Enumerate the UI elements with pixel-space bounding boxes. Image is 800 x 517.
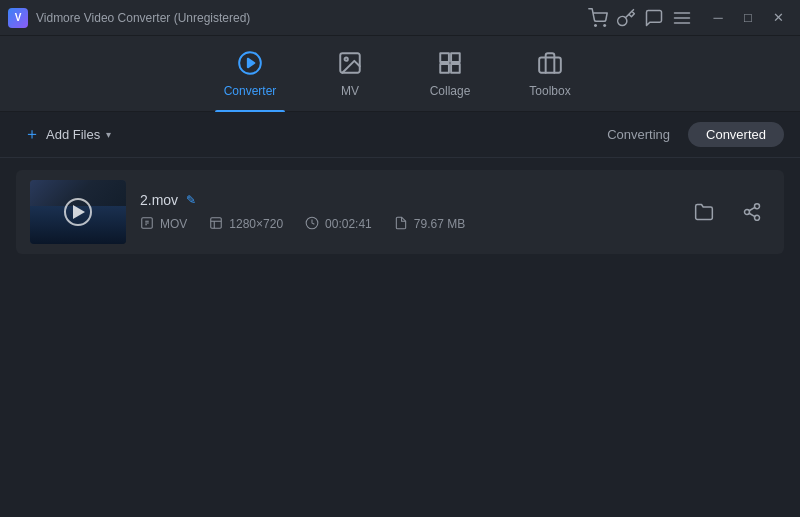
file-card: 2.mov ✎ MOV 1280×720	[16, 170, 784, 254]
tab-mv[interactable]: MV	[300, 36, 400, 112]
file-resolution: 1280×720	[209, 216, 283, 233]
play-button[interactable]	[64, 198, 92, 226]
format-icon	[140, 216, 154, 233]
menu-icon	[672, 8, 692, 28]
app-icon: V	[8, 8, 28, 28]
add-plus-icon: ＋	[24, 124, 40, 145]
cart-icon-btn[interactable]	[586, 6, 610, 30]
close-button[interactable]: ✕	[764, 6, 792, 30]
convert-tab-group: Converting Converted	[589, 122, 784, 147]
nav-bar: Converter MV Collage	[0, 36, 800, 112]
converting-tab[interactable]: Converting	[589, 122, 688, 147]
title-bar-left: V Vidmore Video Converter (Unregistered)	[8, 8, 250, 28]
svg-rect-13	[539, 57, 561, 72]
svg-point-8	[345, 57, 348, 60]
share-icon	[742, 202, 762, 222]
tab-toolbox[interactable]: Toolbox	[500, 36, 600, 112]
play-icon	[73, 205, 85, 219]
title-bar-right: ─ □ ✕	[586, 6, 792, 30]
key-icon-btn[interactable]	[614, 6, 638, 30]
folder-icon	[694, 202, 714, 222]
add-files-button[interactable]: ＋ Add Files ▾	[16, 120, 119, 149]
file-duration: 00:02:41	[305, 216, 372, 233]
add-files-caret-icon: ▾	[106, 129, 111, 140]
toolbar: ＋ Add Files ▾ Converting Converted	[0, 112, 800, 158]
tab-converter[interactable]: Converter	[200, 36, 300, 112]
tab-collage-label: Collage	[430, 84, 471, 98]
chat-icon	[644, 8, 664, 28]
file-name-row: 2.mov ✎	[140, 192, 672, 208]
file-format: MOV	[140, 216, 187, 233]
svg-line-26	[749, 207, 755, 210]
chat-icon-btn[interactable]	[642, 6, 666, 30]
file-meta: MOV 1280×720 00:02:41	[140, 216, 672, 233]
mv-icon	[337, 50, 363, 80]
menu-icon-btn[interactable]	[670, 6, 694, 30]
resolution-value: 1280×720	[229, 217, 283, 231]
add-files-label: Add Files	[46, 127, 100, 142]
content-area: 2.mov ✎ MOV 1280×720	[0, 158, 800, 266]
file-info: 2.mov ✎ MOV 1280×720	[140, 192, 672, 233]
file-name: 2.mov	[140, 192, 178, 208]
size-icon	[394, 216, 408, 233]
minimize-button[interactable]: ─	[704, 6, 732, 30]
format-value: MOV	[160, 217, 187, 231]
duration-value: 00:02:41	[325, 217, 372, 231]
tab-mv-label: MV	[341, 84, 359, 98]
tab-collage[interactable]: Collage	[400, 36, 500, 112]
share-button[interactable]	[734, 194, 770, 230]
title-bar-icons	[586, 6, 694, 30]
svg-rect-11	[440, 64, 449, 73]
svg-rect-10	[451, 53, 460, 62]
converter-icon	[237, 50, 263, 80]
duration-icon	[305, 216, 319, 233]
svg-rect-9	[440, 53, 449, 62]
svg-marker-6	[248, 58, 255, 67]
app-title: Vidmore Video Converter (Unregistered)	[36, 11, 250, 25]
cart-icon	[588, 8, 608, 28]
tab-converter-label: Converter	[224, 84, 277, 98]
svg-line-25	[749, 213, 755, 216]
tab-toolbox-label: Toolbox	[529, 84, 570, 98]
resolution-icon	[209, 216, 223, 233]
restore-button[interactable]: □	[734, 6, 762, 30]
svg-point-0	[595, 24, 597, 26]
edit-icon[interactable]: ✎	[186, 193, 196, 207]
svg-point-1	[604, 24, 606, 26]
file-thumbnail[interactable]	[30, 180, 126, 244]
svg-rect-12	[451, 64, 460, 73]
title-bar: V Vidmore Video Converter (Unregistered)…	[0, 0, 800, 36]
toolbox-icon	[537, 50, 563, 80]
collage-icon	[437, 50, 463, 80]
converted-tab[interactable]: Converted	[688, 122, 784, 147]
key-icon	[616, 8, 636, 28]
open-folder-button[interactable]	[686, 194, 722, 230]
size-value: 79.67 MB	[414, 217, 465, 231]
file-size: 79.67 MB	[394, 216, 465, 233]
svg-rect-18	[211, 217, 222, 228]
file-actions	[686, 194, 770, 230]
